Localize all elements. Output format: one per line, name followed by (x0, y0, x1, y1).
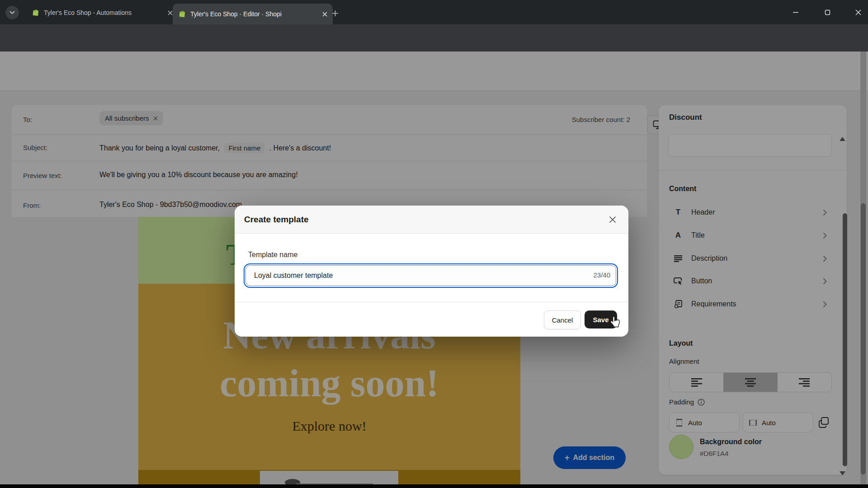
char-counter: 23/40 (593, 271, 610, 279)
screen: Tyler's Eco Shop - Automations Tyler's E… (0, 0, 868, 488)
modal-header: Create template (235, 206, 628, 234)
shopify-bag-icon (32, 9, 39, 17)
tab-automations[interactable]: Tyler's Eco Shop - Automations (26, 4, 178, 22)
template-name-input[interactable] (245, 265, 616, 286)
tab-editor[interactable]: Tyler's Eco Shop · Editor · Shopi (173, 4, 333, 24)
chevron-down-icon (9, 11, 15, 14)
create-template-modal: Create template Template name 23/40 Canc… (235, 206, 628, 337)
cancel-label: Cancel (552, 316, 573, 324)
mouse-cursor (609, 315, 621, 329)
window-maximize-button[interactable] (820, 5, 835, 19)
plus-icon (332, 10, 339, 17)
modal-close-button[interactable] (608, 215, 618, 225)
modal-footer: Cancel Save (235, 302, 628, 337)
tab-search-button[interactable] (5, 6, 19, 19)
tab-title: Tyler's Eco Shop - Automations (44, 9, 163, 16)
cancel-button[interactable]: Cancel (544, 310, 581, 329)
window-close-button[interactable] (850, 5, 866, 19)
tab-close-icon[interactable] (322, 12, 327, 17)
browser-toolbar: admin.shopify.com/store/jy63jq-dc/apps/s… (0, 24, 868, 52)
shopify-bag-icon (178, 10, 186, 18)
tab-title: Tyler's Eco Shop · Editor · Shopi (190, 10, 318, 18)
close-icon (855, 9, 861, 15)
window-minimize-button[interactable] (788, 5, 803, 19)
modal-title: Create template (244, 215, 309, 225)
tab-close-icon[interactable] (168, 10, 173, 15)
template-name-label: Template name (248, 251, 297, 259)
new-tab-button[interactable] (329, 7, 341, 19)
browser-tab-strip: Tyler's Eco Shop - Automations Tyler's E… (0, 0, 868, 24)
save-label: Save (593, 316, 609, 324)
minimize-icon (793, 9, 799, 15)
close-icon (609, 216, 616, 223)
maximize-icon (825, 9, 830, 15)
